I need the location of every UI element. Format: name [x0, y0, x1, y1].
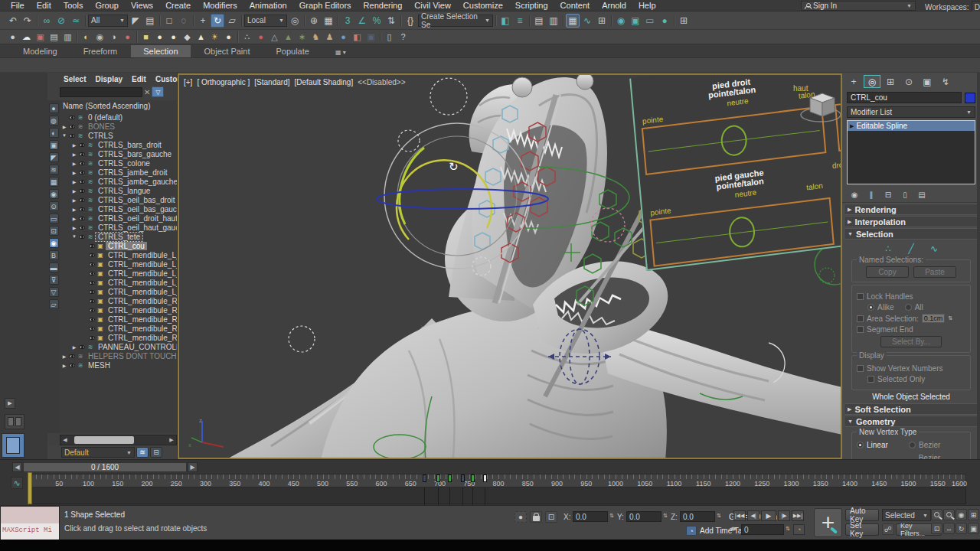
explorer-flyout-button[interactable]: ▶: [5, 398, 15, 409]
play-icon[interactable]: ▶: [761, 510, 776, 521]
bone-tools-icon[interactable]: ●: [254, 31, 267, 43]
render-teapot-icon[interactable]: ●: [6, 31, 19, 43]
ribbon-tab-modeling[interactable]: Modeling: [11, 45, 70, 57]
visibility-eye-icon[interactable]: [79, 180, 85, 184]
selection-lock-icon[interactable]: [530, 511, 542, 523]
visibility-eye-icon[interactable]: [69, 116, 75, 119]
tree-row[interactable]: ▣CTRL_mendibule_R_base: [60, 333, 177, 342]
percent-snap-icon[interactable]: %: [370, 14, 384, 28]
modifier-list-dropdown[interactable]: Modifier List ▼: [847, 106, 975, 118]
expand-icon[interactable]: ▶: [71, 170, 77, 175]
tree-row[interactable]: ▣CTRL_mendibule_R_03: [60, 315, 177, 324]
visibility-eye-icon[interactable]: [79, 189, 85, 193]
use-pivot-center-icon[interactable]: ◎: [288, 14, 302, 28]
tree-row[interactable]: ▶≋CTRLS_oeil_bas_gauche: [60, 204, 177, 214]
visibility-eye-icon[interactable]: [89, 327, 95, 331]
menu-create[interactable]: Create: [159, 0, 197, 11]
tree-row[interactable]: ▶≋CTRLS_bars_droit: [60, 140, 177, 149]
tree-row[interactable]: ▶≋MESH: [60, 360, 177, 370]
expand-icon[interactable]: ▶: [71, 142, 77, 148]
visibility-eye-icon[interactable]: [89, 290, 95, 294]
sort-by-hierarchy-icon[interactable]: ⊟: [150, 447, 162, 458]
visibility-eye-icon[interactable]: [89, 308, 95, 312]
visibility-eye-icon[interactable]: [89, 253, 95, 257]
scroll-right-icon[interactable]: ▶: [167, 435, 176, 445]
help-circle-icon[interactable]: ?: [397, 31, 410, 43]
motion-capture-icon[interactable]: ●: [121, 31, 134, 43]
isolate-selection-icon[interactable]: ●: [514, 511, 527, 523]
pin-stack-icon[interactable]: ◉: [848, 189, 861, 200]
undo-icon[interactable]: ↶: [6, 14, 20, 28]
toggle-layer-explorer-icon[interactable]: ▥: [547, 14, 560, 28]
visibility-eye-icon[interactable]: [79, 235, 85, 239]
menu-arnold[interactable]: Arnold: [596, 0, 632, 11]
expand-icon[interactable]: ▶: [61, 354, 67, 359]
frame-back-button[interactable]: ◀: [12, 462, 22, 472]
tree-row[interactable]: ▣CTRL_mendibule_R_02: [60, 305, 177, 315]
expand-icon[interactable]: ▶: [850, 123, 854, 129]
menu-tools[interactable]: Tools: [57, 0, 90, 11]
menu-edit[interactable]: Edit: [31, 0, 57, 11]
visibility-eye-icon[interactable]: [69, 125, 75, 129]
clear-search-icon[interactable]: ✕: [144, 88, 150, 96]
object-color-swatch[interactable]: [965, 93, 975, 103]
previous-frame-icon[interactable]: ◀|: [747, 510, 760, 521]
select-and-manipulate-icon[interactable]: ⊕: [307, 14, 321, 28]
tree-row[interactable]: ▶≋CTRLS_oeil_bas_droit: [60, 195, 177, 204]
zoom-extents-all-icon[interactable]: ⊞: [968, 509, 979, 520]
spreadsheet-icon[interactable]: ▤: [47, 31, 60, 43]
tree-row[interactable]: ▶≋CTRLS_oeil_haut_gauche: [60, 223, 177, 232]
show-vertex-numbers-checkbox[interactable]: [857, 365, 864, 372]
absolute-offset-mode-icon[interactable]: ⊡: [545, 511, 557, 523]
create-tab[interactable]: +: [845, 75, 862, 88]
keyframe-marker[interactable]: [436, 474, 440, 482]
rectangular-selection-region-icon[interactable]: □: [162, 14, 176, 28]
se-hidden-toggle-icon[interactable]: ▬: [49, 262, 59, 272]
command-panel-scrollbar[interactable]: [977, 73, 980, 459]
select-by-button[interactable]: Select By...: [880, 336, 942, 347]
tree-row[interactable]: ▶≋CTRLS_colone: [60, 158, 177, 168]
particle-flow-icon[interactable]: ∴: [240, 31, 253, 43]
visibility-eye-icon[interactable]: [89, 272, 95, 276]
cone-shape-icon[interactable]: ▲: [194, 31, 207, 43]
show-end-result-icon[interactable]: ∥: [865, 189, 877, 200]
render-setup-icon[interactable]: ▣: [629, 14, 642, 28]
tree-row[interactable]: ▣CTRL_cou: [60, 241, 177, 250]
select-and-move-icon[interactable]: +: [196, 14, 210, 28]
select-and-scale-icon[interactable]: ▱: [225, 14, 239, 28]
orbit-icon[interactable]: ↻: [956, 523, 967, 534]
se-display-helpers-icon[interactable]: ≋: [49, 165, 59, 174]
material-editor-icon[interactable]: ◉: [614, 14, 628, 28]
go-to-end-icon[interactable]: ▶▶|: [792, 510, 804, 521]
ribbon-tab-freeform[interactable]: Freeform: [71, 45, 130, 57]
se-display-bones-icon[interactable]: ▭: [49, 214, 59, 223]
soft-selection-rollout-header[interactable]: ▶Soft Selection: [844, 403, 978, 415]
window-crossing-icon[interactable]: ◌: [177, 14, 191, 28]
render-effects-icon[interactable]: ▣: [364, 31, 377, 43]
se-filter-icon[interactable]: ▽: [49, 287, 59, 297]
open-mini-curve-editor-icon[interactable]: ∿: [11, 477, 23, 489]
gizmo-shape-icon[interactable]: ◆: [181, 31, 194, 43]
select-by-name-icon[interactable]: ▤: [143, 14, 157, 28]
horse-biped-icon[interactable]: ♞: [309, 31, 322, 43]
pan-view-icon[interactable]: ↔: [943, 523, 955, 534]
visibility-eye-icon[interactable]: [89, 244, 95, 248]
select-object-icon[interactable]: ◤: [129, 14, 142, 28]
motion-tab[interactable]: ⊙: [900, 75, 917, 88]
keyframe-marker[interactable]: [423, 474, 426, 482]
copy-button[interactable]: Copy: [866, 266, 909, 278]
keyframe-marker[interactable]: [448, 474, 452, 482]
ribbon-config-icon[interactable]: ▦ ▾: [323, 47, 358, 57]
angle-snap-icon[interactable]: ∠: [355, 14, 369, 28]
tree-row[interactable]: ▣CTRL_mendibule_L_04: [60, 278, 177, 287]
tree-row[interactable]: ▶≋CTRLS_oeil_droit_haut: [60, 214, 177, 223]
viewport-canvas-icon[interactable]: ◧: [351, 31, 364, 43]
maxscript-listener-row[interactable]: MAXScript Mi: [1, 523, 59, 540]
visibility-eye-icon[interactable]: [79, 171, 85, 174]
next-frame-icon[interactable]: |▶: [778, 510, 790, 521]
se-display-geometry-icon[interactable]: ◍: [49, 116, 59, 126]
viewport-layout-tab[interactable]: [5, 414, 24, 429]
spline-subobject-icon[interactable]: ∿: [926, 243, 942, 254]
explorer-menu-display[interactable]: Display: [91, 74, 126, 84]
explorer-horizontal-scrollbar[interactable]: ◀ ▶: [60, 435, 177, 445]
